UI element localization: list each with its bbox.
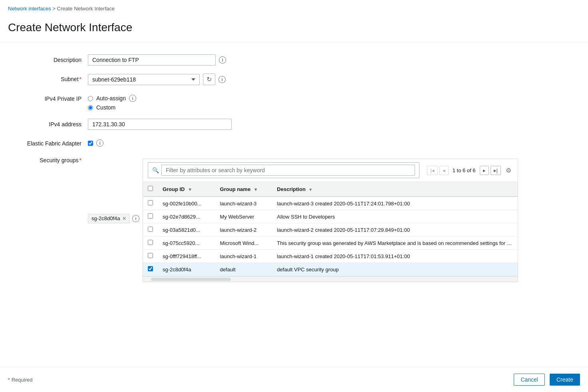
efa-label: Elastic Fabric Adapter — [8, 138, 88, 147]
row-checkbox[interactable] — [148, 266, 153, 271]
group-name-cell: My WebServer — [215, 210, 272, 223]
table-row: sg-02e7d8629...My WebServerAllow SSH to … — [143, 210, 518, 223]
description-dropdown-icon: ▼ — [308, 187, 312, 192]
form-container: Description i Subnet subnet-629eb118 ↻ i… — [0, 42, 559, 302]
ipv4-custom-radio[interactable] — [88, 105, 93, 110]
row-checkbox[interactable] — [148, 240, 153, 245]
security-groups-table: Group ID ▼ Group name ▼ Description ▼ — [143, 182, 518, 276]
subnet-select[interactable]: subnet-629eb118 — [88, 74, 200, 85]
select-all-checkbox[interactable] — [148, 186, 153, 191]
table-row: sg-2c8d0f4adefaultdefault VPC security g… — [143, 263, 518, 276]
table-row: sg-0fff729418ff...launch-wizard-1launch-… — [143, 250, 518, 263]
select-all-cell — [143, 182, 158, 197]
ipv4-address-input[interactable] — [88, 119, 232, 130]
subnet-label: Subnet — [8, 74, 88, 82]
security-groups-label: Security groups — [8, 155, 88, 163]
horizontal-scrollbar[interactable] — [143, 276, 518, 282]
next-page-button[interactable]: ▸ — [480, 166, 489, 175]
group-name-cell: launch-wizard-2 — [215, 223, 272, 237]
description-cell: launch-wizard-3 created 2020-05-11T17:24… — [272, 197, 518, 210]
breadcrumb-link[interactable]: Network interfaces — [8, 6, 51, 12]
ipv4-auto-radio[interactable] — [88, 96, 93, 101]
ipv4-radio-group: Auto-assign i Custom — [88, 93, 136, 111]
table-row: sg-03a5821d0...launch-wizard-2launch-wiz… — [143, 223, 518, 237]
security-tag-label: sg-2c8d0f4a — [91, 215, 120, 221]
table-toolbar-right: |◂ ◂ 1 to 6 of 6 ▸ ▸| ⚙ — [427, 165, 513, 176]
row-checkbox[interactable] — [148, 200, 153, 205]
group-name-header[interactable]: Group name ▼ — [215, 182, 272, 197]
row-checkbox[interactable] — [148, 213, 153, 219]
security-input-wrap: sg-2c8d0f4a × i — [88, 214, 139, 223]
security-tag: sg-2c8d0f4a × — [88, 214, 130, 223]
row-checkbox[interactable] — [148, 227, 153, 232]
ipv4-auto-info-icon[interactable]: i — [129, 95, 136, 102]
description-control-wrap: i — [88, 54, 551, 66]
group-name-cell: launch-wizard-1 — [215, 250, 272, 263]
group-name-cell: launch-wizard-3 — [215, 197, 272, 210]
gear-button[interactable]: ⚙ — [504, 165, 513, 176]
security-tag-close[interactable]: × — [123, 215, 126, 222]
search-icon: 🔍 — [152, 167, 159, 173]
security-groups-row: Security groups sg-2c8d0f4a × i 🔍 — [8, 155, 551, 282]
description-cell: Allow SSH to Developers — [272, 210, 518, 223]
subnet-info-icon[interactable]: i — [219, 76, 226, 83]
efa-row: Elastic Fabric Adapter i — [8, 138, 551, 147]
ipv4-address-control-wrap — [88, 119, 551, 130]
description-cell: This security group was generated by AWS… — [272, 237, 518, 250]
group-id-sort-icon: ▼ — [188, 187, 192, 192]
security-groups-control-wrap: sg-2c8d0f4a × i 🔍 |◂ ◂ — [88, 155, 551, 282]
page-info: 1 to 6 of 6 — [453, 167, 476, 173]
ipv4-custom-radio-item: Custom — [88, 104, 136, 111]
breadcrumb: Network interfaces > Create Network Inte… — [0, 0, 588, 17]
description-label: Description — [8, 54, 88, 63]
table-header-row: Group ID ▼ Group name ▼ Description ▼ — [143, 182, 518, 197]
description-input[interactable] — [88, 54, 216, 66]
group-id-cell: sg-002fe10b00... — [158, 197, 215, 210]
subnet-control-wrap: subnet-629eb118 ↻ i — [88, 74, 551, 85]
group-id-header[interactable]: Group ID ▼ — [158, 182, 215, 197]
last-page-button[interactable]: ▸| — [491, 166, 501, 175]
row-checkbox[interactable] — [148, 253, 153, 258]
group-id-cell: sg-02e7d8629... — [158, 210, 215, 223]
subnet-select-wrap: subnet-629eb118 — [88, 74, 200, 85]
group-id-cell: sg-0fff729418ff... — [158, 250, 215, 263]
description-info-icon[interactable]: i — [219, 56, 226, 64]
scrollbar-track — [151, 278, 231, 281]
ipv4-custom-label: Custom — [96, 104, 115, 111]
description-cell: launch-wizard-1 created 2020-05-11T17:01… — [272, 250, 518, 263]
prev-page-button[interactable]: ◂ — [439, 166, 449, 175]
search-input[interactable] — [161, 165, 415, 176]
group-name-sort-icon: ▼ — [254, 187, 258, 192]
efa-info-icon[interactable]: i — [96, 139, 103, 147]
pagination: |◂ ◂ 1 to 6 of 6 ▸ ▸| — [427, 166, 501, 175]
ipv4-auto-label: Auto-assign — [96, 95, 126, 101]
efa-checkbox[interactable] — [88, 141, 93, 146]
group-id-cell: sg-075cc5920... — [158, 237, 215, 250]
ipv4-private-ip-row: IPv4 Private IP Auto-assign i Custom — [8, 93, 551, 111]
security-groups-table-container: 🔍 |◂ ◂ 1 to 6 of 6 ▸ ▸| ⚙ — [143, 159, 518, 282]
security-groups-info-icon[interactable]: i — [132, 215, 139, 222]
table-toolbar: 🔍 |◂ ◂ 1 to 6 of 6 ▸ ▸| ⚙ — [143, 159, 518, 182]
subnet-row: Subnet subnet-629eb118 ↻ i — [8, 74, 551, 85]
table-body: sg-002fe10b00...launch-wizard-3launch-wi… — [143, 197, 518, 276]
table-row: sg-075cc5920...Microsoft Wind...This sec… — [143, 237, 518, 250]
efa-control-wrap: i — [88, 138, 551, 147]
group-name-cell: default — [215, 263, 272, 276]
breadcrumb-separator: > — [52, 6, 56, 12]
group-name-cell: Microsoft Wind... — [215, 237, 272, 250]
subnet-refresh-button[interactable]: ↻ — [203, 74, 215, 85]
ipv4-private-ip-label: IPv4 Private IP — [8, 93, 88, 102]
ipv4-address-row: IPv4 address — [8, 119, 551, 130]
first-page-button[interactable]: |◂ — [427, 166, 437, 175]
breadcrumb-current: Create Network Interface — [57, 6, 115, 12]
description-cell: default VPC security group — [272, 263, 518, 276]
ipv4-address-label: IPv4 address — [8, 119, 88, 127]
description-row: Description i — [8, 54, 551, 66]
group-id-cell: sg-03a5821d0... — [158, 223, 215, 237]
ipv4-private-ip-control-wrap: Auto-assign i Custom — [88, 93, 551, 111]
group-id-cell: sg-2c8d0f4a — [158, 263, 215, 276]
description-cell: launch-wizard-2 created 2020-05-11T17:07… — [272, 223, 518, 237]
description-header[interactable]: Description ▼ — [272, 182, 518, 197]
ipv4-auto-radio-item: Auto-assign i — [88, 95, 136, 102]
page-title: Create Network Interface — [0, 17, 588, 42]
